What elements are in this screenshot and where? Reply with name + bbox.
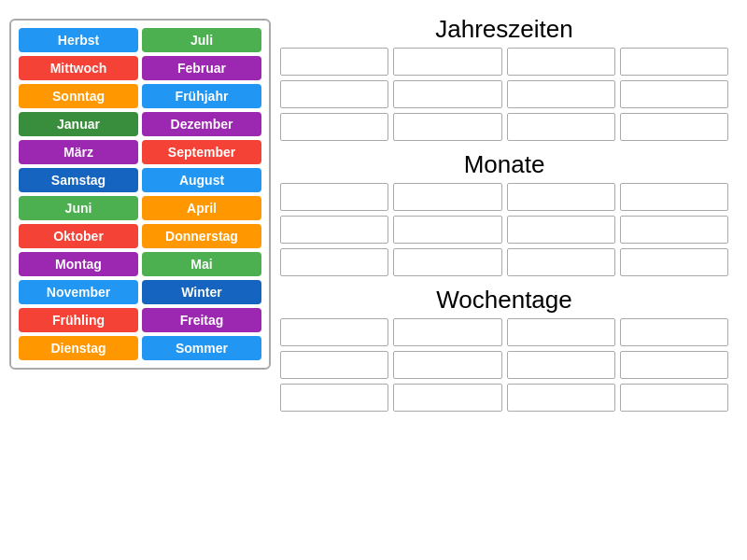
word-tile[interactable]: Juni bbox=[19, 196, 138, 220]
drop-cell[interactable] bbox=[393, 318, 501, 346]
word-tile[interactable]: Frühling bbox=[19, 308, 138, 332]
right-panel: JahreszeitenMonateWochentage bbox=[271, 9, 738, 415]
word-tile[interactable]: Juli bbox=[142, 28, 261, 52]
drop-grid-1 bbox=[280, 183, 728, 276]
word-tile[interactable]: Mai bbox=[142, 252, 261, 276]
drop-cell[interactable] bbox=[507, 113, 615, 141]
word-row-7: OktoberDonnerstag bbox=[19, 224, 261, 248]
drop-cell[interactable] bbox=[620, 351, 728, 379]
drop-cell[interactable] bbox=[507, 183, 615, 211]
word-row-2: SonntagFrühjahr bbox=[19, 84, 261, 108]
drop-cell[interactable] bbox=[620, 183, 728, 211]
word-row-0: HerbstJuli bbox=[19, 28, 261, 52]
word-tile[interactable]: Sonntag bbox=[19, 84, 138, 108]
drop-cell[interactable] bbox=[507, 351, 615, 379]
drop-cell[interactable] bbox=[507, 48, 615, 76]
drop-cell[interactable] bbox=[620, 48, 728, 76]
word-tile[interactable]: März bbox=[19, 140, 138, 164]
drop-cell[interactable] bbox=[620, 318, 728, 346]
drop-cell[interactable] bbox=[280, 80, 388, 108]
drop-grid-2 bbox=[280, 318, 728, 412]
drop-cell[interactable] bbox=[280, 351, 388, 379]
word-tile[interactable]: Frühjahr bbox=[142, 84, 261, 108]
drop-cell[interactable] bbox=[280, 113, 388, 141]
drop-cell[interactable] bbox=[393, 384, 501, 412]
drop-cell[interactable] bbox=[620, 80, 728, 108]
word-row-5: SamstagAugust bbox=[19, 168, 261, 192]
word-row-9: NovemberWinter bbox=[19, 280, 261, 304]
drop-cell[interactable] bbox=[507, 216, 615, 244]
word-row-3: JanuarDezember bbox=[19, 112, 261, 136]
drop-cell[interactable] bbox=[280, 384, 388, 412]
drop-cell[interactable] bbox=[507, 80, 615, 108]
drop-cell[interactable] bbox=[280, 48, 388, 76]
drop-cell[interactable] bbox=[280, 183, 388, 211]
drop-cell[interactable] bbox=[507, 318, 615, 346]
word-row-11: DienstagSommer bbox=[19, 336, 261, 360]
drop-cell[interactable] bbox=[620, 216, 728, 244]
drop-cell[interactable] bbox=[280, 248, 388, 276]
drop-cell[interactable] bbox=[280, 318, 388, 346]
word-tile[interactable]: Herbst bbox=[19, 28, 138, 52]
word-tile[interactable]: Montag bbox=[19, 252, 138, 276]
drop-cell[interactable] bbox=[393, 48, 501, 76]
word-tile[interactable]: Januar bbox=[19, 112, 138, 136]
drop-cell[interactable] bbox=[507, 248, 615, 276]
word-tile[interactable]: Februar bbox=[142, 56, 261, 80]
word-row-8: MontagMai bbox=[19, 252, 261, 276]
word-tile[interactable]: Mittwoch bbox=[19, 56, 138, 80]
drop-cell[interactable] bbox=[393, 113, 501, 141]
drop-cell[interactable] bbox=[393, 351, 501, 379]
drop-cell[interactable] bbox=[620, 248, 728, 276]
word-tile[interactable]: Oktober bbox=[19, 224, 138, 248]
drop-cell[interactable] bbox=[393, 183, 501, 211]
word-tile[interactable]: Samstag bbox=[19, 168, 138, 192]
word-tile[interactable]: September bbox=[142, 140, 261, 164]
word-tile[interactable]: Dienstag bbox=[19, 336, 138, 360]
section-title-1: Monate bbox=[280, 150, 728, 179]
word-tile[interactable]: Dezember bbox=[142, 112, 261, 136]
drop-cell[interactable] bbox=[280, 216, 388, 244]
word-tile[interactable]: August bbox=[142, 168, 261, 192]
word-tile[interactable]: Winter bbox=[142, 280, 261, 304]
drop-cell[interactable] bbox=[393, 248, 501, 276]
word-row-1: MittwochFebruar bbox=[19, 56, 261, 80]
word-row-10: FrühlingFreitag bbox=[19, 308, 261, 332]
word-row-6: JuniApril bbox=[19, 196, 261, 220]
word-tile[interactable]: Sommer bbox=[142, 336, 261, 360]
drop-cell[interactable] bbox=[620, 113, 728, 141]
section-title-0: Jahreszeiten bbox=[280, 15, 728, 44]
word-tile[interactable]: November bbox=[19, 280, 138, 304]
word-row-4: MärzSeptember bbox=[19, 140, 261, 164]
word-bank: HerbstJuliMittwochFebruarSonntagFrühjahr… bbox=[9, 19, 271, 370]
drop-cell[interactable] bbox=[393, 80, 501, 108]
drop-cell[interactable] bbox=[620, 384, 728, 412]
word-tile[interactable]: April bbox=[142, 196, 261, 220]
drop-cell[interactable] bbox=[393, 216, 501, 244]
word-tile[interactable]: Freitag bbox=[142, 308, 261, 332]
word-tile[interactable]: Donnerstag bbox=[142, 224, 261, 248]
section-title-2: Wochentage bbox=[280, 286, 728, 315]
drop-grid-0 bbox=[280, 48, 728, 141]
drop-cell[interactable] bbox=[507, 384, 615, 412]
